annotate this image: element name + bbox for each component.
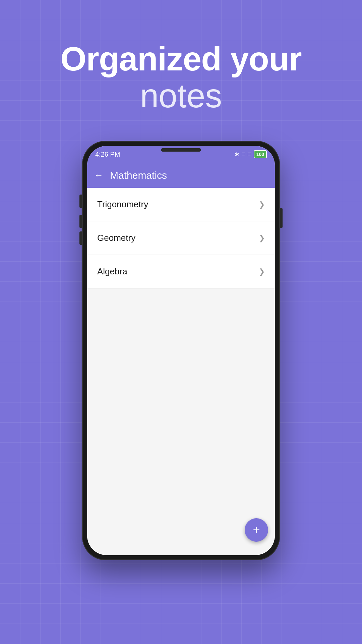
- notification-icon: □: [242, 151, 245, 157]
- list-item-label-algebra: Algebra: [97, 266, 127, 277]
- phone-notch: [161, 148, 201, 152]
- list-item-label-geometry: Geometry: [97, 233, 135, 243]
- header-section: Organized your notes: [60, 40, 301, 114]
- list-container: Trigonometry ❯ Geometry ❯ Algebra ❯: [87, 188, 275, 555]
- list-item-trigonometry[interactable]: Trigonometry ❯: [87, 188, 275, 221]
- header-line1: Organized your: [60, 40, 301, 77]
- fab-wrapper: +: [245, 518, 268, 542]
- chevron-right-icon-algebra: ❯: [259, 267, 265, 276]
- header-line2: notes: [60, 77, 301, 114]
- list-item-geometry[interactable]: Geometry ❯: [87, 221, 275, 255]
- chevron-right-icon-trigonometry: ❯: [259, 200, 265, 209]
- status-icons: ✱ □ □ 100: [235, 150, 267, 158]
- phone-outer: 4:26 PM ✱ □ □ 100 ← Mathematics Trigonom…: [82, 141, 280, 560]
- status-time: 4:26 PM: [95, 151, 120, 158]
- phone-mockup: 4:26 PM ✱ □ □ 100 ← Mathematics Trigonom…: [82, 141, 280, 560]
- phone-screen: 4:26 PM ✱ □ □ 100 ← Mathematics Trigonom…: [87, 146, 275, 555]
- list-item-label-trigonometry: Trigonometry: [97, 199, 148, 210]
- list-item-algebra[interactable]: Algebra ❯: [87, 255, 275, 288]
- back-icon[interactable]: ←: [94, 170, 103, 181]
- app-toolbar: ← Mathematics: [87, 163, 275, 188]
- wifi-icon: □: [248, 151, 251, 157]
- bluetooth-icon: ✱: [235, 151, 239, 158]
- toolbar-title: Mathematics: [110, 170, 167, 181]
- battery-indicator: 100: [254, 150, 267, 158]
- add-button[interactable]: +: [245, 518, 268, 542]
- chevron-right-icon-geometry: ❯: [259, 234, 265, 243]
